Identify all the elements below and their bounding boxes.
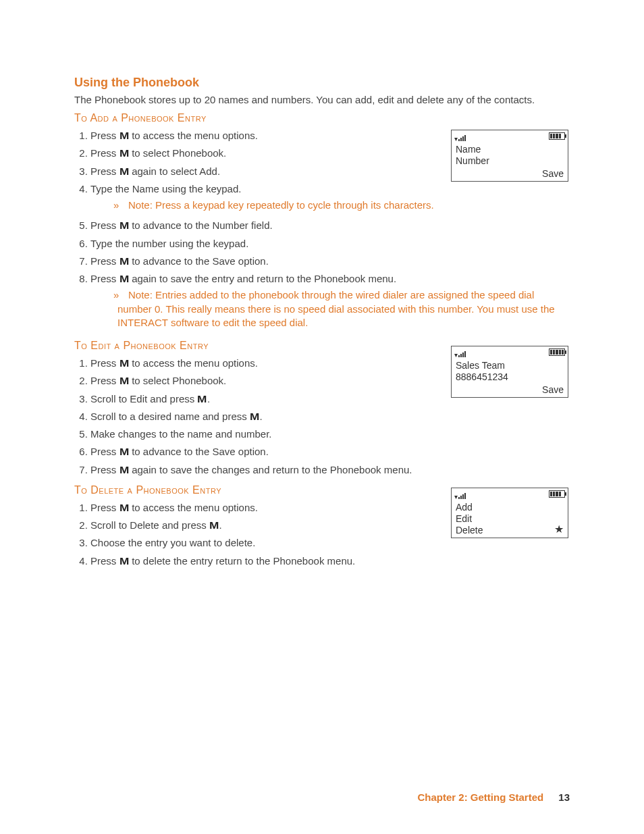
step: Type the Name using the keypad. »Note: P… — [90, 180, 570, 217]
bullet-icon: » — [113, 199, 128, 212]
text: to access the menu options. — [129, 502, 258, 513]
intro-text: The Phonebook stores up to 20 names and … — [74, 94, 570, 105]
device-screen-add: ▾ Name Number Save — [451, 130, 568, 182]
device-save-label: Save — [452, 384, 568, 397]
note-text: Note: Press a keypad key repeatedly to c… — [128, 199, 434, 211]
m-icon: M — [118, 445, 130, 459]
text: Scroll to Edit and press — [90, 393, 197, 405]
battery-icon — [549, 348, 565, 356]
m-icon: M — [118, 554, 130, 568]
m-icon: M — [118, 147, 130, 160]
note: »Note: Press a keypad key repeatedly to … — [117, 199, 570, 212]
m-icon: M — [196, 392, 208, 406]
text: Make changes to the name and number. — [90, 428, 272, 440]
step: Press M to advance to the Number field. — [90, 217, 570, 234]
device-line: Name — [456, 144, 564, 155]
text: Press — [90, 165, 119, 177]
device-line: Number — [456, 155, 564, 167]
text: Delete — [456, 525, 483, 536]
text: to delete the entry return to the Phoneb… — [129, 555, 355, 567]
note-text: Note: Entries added to the phonebook thr… — [117, 289, 555, 328]
m-icon: M — [209, 519, 220, 532]
device-line: Sales Team — [456, 360, 564, 371]
signal-icon: ▾ — [454, 348, 466, 359]
text: Press — [90, 273, 119, 284]
step: Type the number using the keypad. — [90, 235, 570, 253]
device-save-label: Save — [452, 168, 568, 181]
bullet-icon: » — [113, 288, 128, 302]
step: Press M again to save the changes and re… — [90, 461, 570, 479]
step: Press M to delete the entry return to th… — [90, 552, 570, 570]
m-icon: M — [118, 357, 130, 370]
m-icon: M — [118, 501, 130, 515]
m-icon: M — [118, 272, 130, 286]
text: Press — [90, 130, 119, 141]
text: Press — [90, 219, 119, 231]
step: Press M to advance to the Save option. — [90, 253, 570, 270]
device-line: Delete ★ — [456, 525, 564, 536]
m-icon: M — [118, 219, 130, 232]
text: to access the menu options. — [129, 130, 258, 141]
subheading-add: To Add a Phonebook Entry — [74, 112, 570, 124]
device-statusbar: ▾ — [452, 130, 568, 142]
text: Type the number using the keypad. — [90, 238, 248, 249]
m-icon: M — [118, 129, 130, 142]
signal-icon: ▾ — [454, 132, 466, 143]
text: Press — [90, 255, 119, 267]
text: to advance to the Number field. — [129, 219, 273, 231]
text: to access the menu options. — [129, 357, 258, 369]
m-icon: M — [118, 463, 130, 477]
step: Press M again to save the entry and retu… — [90, 270, 570, 334]
page-number: 13 — [558, 791, 570, 803]
star-icon: ★ — [554, 525, 564, 534]
text: Scroll to Delete and press — [90, 519, 209, 531]
text: Scroll to a desired name and press — [90, 411, 250, 422]
text: to advance to the Save option. — [129, 446, 269, 457]
text: Type the Name using the keypad. — [90, 183, 241, 194]
text: Press — [90, 555, 119, 567]
step: Scroll to a desired name and press M. — [90, 408, 570, 425]
text: again to save the changes and return to … — [129, 464, 412, 475]
text: to select Phonebook. — [129, 147, 226, 159]
battery-icon — [549, 490, 565, 498]
m-icon: M — [118, 165, 130, 178]
text: Choose the entry you want to delete. — [90, 537, 255, 548]
text: Press — [90, 502, 119, 513]
m-icon: M — [118, 374, 130, 388]
device-line: 8886451234 — [456, 371, 564, 383]
step: Press M to advance to the Save option. — [90, 443, 570, 461]
text: again to select Add. — [129, 165, 220, 177]
text: to advance to the Save option. — [129, 255, 269, 267]
text: to select Phonebook. — [129, 375, 226, 386]
battery-icon — [549, 132, 565, 140]
page: Using the Phonebook The Phonebook stores… — [0, 0, 644, 834]
chapter-label: Chapter 2: Getting Started — [417, 791, 543, 803]
page-footer: Chapter 2: Getting Started 13 — [417, 791, 570, 803]
device-statusbar: ▾ — [452, 488, 568, 500]
device-screen-menu: ▾ Add Edit Delete ★ — [451, 488, 568, 538]
device-line: Edit — [456, 513, 564, 525]
device-screen-edit: ▾ Sales Team 8886451234 Save — [451, 346, 568, 398]
signal-icon: ▾ — [454, 490, 466, 501]
text: Press — [90, 375, 119, 386]
note: »Note: Entries added to the phonebook th… — [117, 288, 570, 330]
text: Press — [90, 464, 119, 475]
m-icon: M — [249, 410, 261, 423]
device-line: Add — [456, 502, 564, 513]
step: Make changes to the name and number. — [90, 425, 570, 443]
text: Press — [90, 147, 119, 159]
m-icon: M — [118, 255, 130, 268]
device-statusbar: ▾ — [452, 346, 568, 359]
text: Press — [90, 446, 119, 457]
section-heading: Using the Phonebook — [74, 76, 570, 90]
text: again to save the entry and return to th… — [129, 273, 396, 284]
text: Press — [90, 357, 119, 369]
